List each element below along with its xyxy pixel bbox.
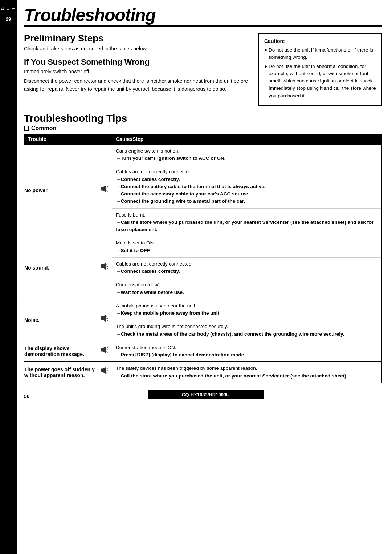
caution-title: Caution:: [264, 37, 376, 45]
page-title: Troubleshooting: [24, 7, 382, 24]
table-row: No power. Car's engine switch is not on.…: [24, 144, 382, 236]
preliminary-heading: Preliminary Steps: [24, 33, 251, 44]
cause-bold-line: →Connect the accessory cable to your car…: [116, 190, 378, 198]
left-section: Preliminary Steps Check and take steps a…: [24, 33, 251, 106]
cause-group: The safety devices has been triggered by…: [112, 362, 381, 383]
cause-bold: →Check the metal areas of the car body (…: [116, 331, 378, 338]
suspect-heading: If You Suspect Something Wrong: [24, 58, 251, 66]
svg-line-22: [106, 368, 108, 369]
svg-marker-1: [103, 185, 106, 193]
bullet-1: ●: [264, 47, 269, 53]
tips-heading: Troubleshooting Tips: [24, 113, 382, 124]
caution-box: Caution: ● Do not use the unit if it mal…: [258, 33, 382, 106]
cause-cell: Car's engine switch is not on.→Turn your…: [112, 144, 382, 236]
cause-cell: Demonstration mode is ON.→Press [DISP] (…: [112, 341, 382, 362]
cause-normal: Cables are not correctly connected.: [116, 168, 378, 175]
cause-normal: Mute is set to ON.: [116, 239, 378, 247]
svg-marker-21: [103, 367, 106, 374]
table-row: No sound. Mute is set to ON.→Set it to O…: [24, 236, 382, 299]
model-number-bar: CQ-HX1083/HR1003U: [148, 390, 264, 399]
svg-line-4: [106, 190, 108, 191]
cause-normal: Demonstration mode is ON.: [116, 344, 378, 351]
footer-wrapper: CQ-HX1083/HR1003U: [30, 386, 382, 399]
cause-bold: →Press [DISP] (display) to cancel demons…: [116, 351, 378, 359]
trouble-cell: No sound.: [24, 236, 97, 299]
trouble-cell: Noise.: [24, 299, 97, 341]
svg-line-12: [106, 316, 108, 317]
cause-normal: Condensation (dew).: [116, 281, 378, 288]
cause-bold: →Wait for a while before use.: [116, 289, 378, 296]
col-trouble: Trouble: [24, 134, 97, 144]
svg-rect-20: [101, 369, 103, 372]
page-number-bottom: 56: [24, 393, 30, 399]
svg-marker-16: [103, 346, 106, 353]
cause-normal: A mobile phone is used near the unit.: [116, 302, 378, 310]
cause-group: Cables are not correctly connected.→Conn…: [112, 258, 381, 279]
svg-line-7: [106, 264, 108, 265]
preliminary-body: Check and take steps as described in the…: [24, 45, 251, 53]
icon-cell: [97, 236, 112, 299]
svg-line-24: [106, 372, 108, 373]
top-section: Preliminary Steps Check and take steps a…: [24, 33, 382, 106]
svg-line-2: [106, 186, 108, 187]
cause-cell: Mute is set to ON.→Set it to OFF.Cables …: [112, 236, 382, 299]
svg-rect-0: [101, 187, 103, 190]
cause-normal: Fuse is burnt.: [116, 211, 378, 219]
checkbox-icon: [24, 126, 29, 131]
main-content: Troubleshooting Preliminary Steps Check …: [17, 0, 392, 554]
svg-rect-15: [101, 348, 103, 351]
icon-cell: [97, 341, 112, 362]
cause-group: Cables are not correctly connected.→Conn…: [112, 165, 381, 208]
sidebar-page-number: 29: [6, 16, 11, 22]
suspect-line1: Immediately switch power off.: [24, 68, 251, 76]
cause-cell: The safety devices has been triggered by…: [112, 362, 382, 383]
cause-bold: →Connect cables correctly.: [116, 268, 378, 275]
title-divider: [24, 25, 382, 27]
trouble-cell: The display shows demonstration message.: [24, 341, 97, 362]
cause-group: Condensation (dew).→Wait for a while bef…: [112, 278, 381, 299]
suspect-line2: Disconnect the power connector and check…: [24, 77, 251, 93]
cause-normal: Car's engine switch is not on.: [116, 147, 378, 155]
sidebar-language-letters: E N G L I S H: [0, 7, 28, 11]
svg-rect-10: [101, 316, 103, 320]
table-row: The display shows demonstration message.…: [24, 341, 382, 362]
cause-normal: The unit's grounding wire is not connect…: [116, 323, 378, 330]
svg-marker-11: [103, 315, 106, 322]
trouble-cell: The power goes off suddenly without appa…: [24, 362, 97, 383]
bottom-area: 56 CQ-HX1083/HR1003U: [24, 386, 382, 399]
cause-bold: →Call the store where you purchased the …: [116, 372, 378, 380]
caution-item-2: ● Do not use the unit in abnormal condit…: [264, 63, 376, 100]
cause-cell: A mobile phone is used near the unit.→Ke…: [112, 299, 382, 341]
icon-cell: [97, 144, 112, 236]
icon-cell: [97, 299, 112, 341]
trouble-cell: No power.: [24, 144, 97, 236]
trouble-table: Trouble Cause/Step No power. Car's engin…: [24, 134, 382, 383]
cause-bold: →Keep the mobile phone away from the uni…: [116, 310, 378, 317]
common-label: Common: [31, 125, 56, 132]
svg-line-19: [106, 351, 108, 352]
cause-group: Car's engine switch is not on.→Turn your…: [112, 145, 381, 166]
cause-group: Fuse is burnt.→Call the store where you …: [112, 209, 381, 236]
cause-bold-line: →Connect cables correctly.: [116, 176, 378, 183]
common-section-heading: Common: [24, 125, 382, 132]
cause-bold-line: →Connect the grounding wire to a metal p…: [116, 198, 378, 205]
svg-line-14: [106, 320, 108, 321]
cause-group: A mobile phone is used near the unit.→Ke…: [112, 299, 381, 320]
cause-bold: →Set it to OFF.: [116, 247, 378, 254]
col-cause: Cause/Step: [112, 134, 382, 144]
cause-normal: Cables are not correctly connected.: [116, 260, 378, 268]
table-row: The power goes off suddenly without appa…: [24, 362, 382, 383]
bullet-2: ●: [264, 64, 269, 69]
cause-bold: →Call the store where you purchased the …: [116, 219, 378, 234]
table-header-row: Trouble Cause/Step: [24, 134, 382, 144]
table-row: Noise. A mobile phone is used near the u…: [24, 299, 382, 341]
cause-group: The unit's grounding wire is not connect…: [112, 320, 381, 341]
cause-group: Demonstration mode is ON.→Press [DISP] (…: [112, 341, 381, 362]
svg-line-9: [106, 268, 108, 269]
icon-cell: [97, 362, 112, 383]
svg-line-17: [106, 347, 108, 348]
col-icon: [97, 134, 112, 144]
cause-normal: The safety devices has been triggered by…: [116, 365, 378, 372]
cause-group: Mute is set to ON.→Set it to OFF.: [112, 236, 381, 258]
svg-rect-5: [101, 264, 103, 268]
